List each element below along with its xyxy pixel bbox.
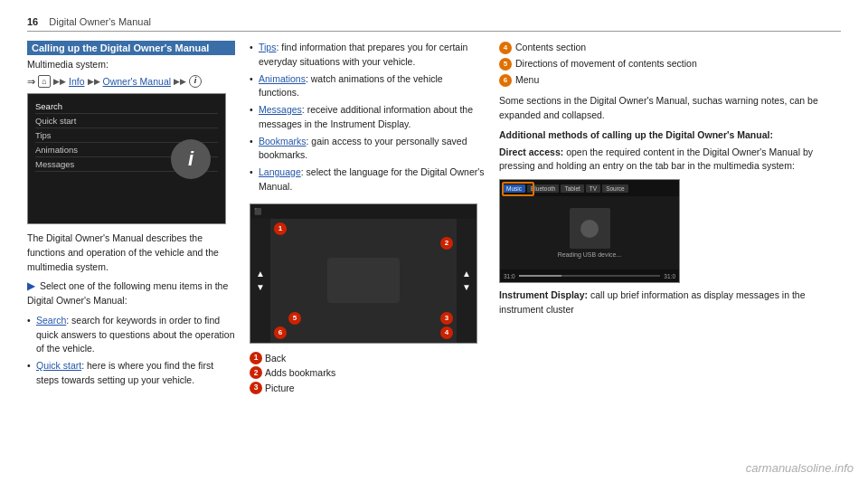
action-arrow-icon: ▶: [27, 280, 34, 291]
screen-mockup-2: ⬛ ▲ ▼: [250, 203, 477, 344]
legend-item-1: 1 Back: [250, 351, 485, 366]
menu-item-quickstart: Quick start: [35, 114, 218, 128]
right-direct-access: Direct access: open the required content…: [499, 146, 841, 175]
tab-tv[interactable]: TV: [586, 184, 600, 193]
page: 16 Digital Owner's Manual Calling up the…: [0, 0, 868, 482]
nav-sep2: ▶▶: [88, 77, 100, 86]
screen-mockup-1: Search Quick start Tips Animations Messa…: [27, 93, 226, 224]
reading-status: Reading USB device...: [558, 251, 621, 258]
page-number: 16: [27, 16, 38, 27]
direct-access-label: Direct access:: [499, 146, 563, 157]
screen2-badge-3: 3: [440, 312, 453, 325]
badge-4-icon: 4: [499, 42, 512, 54]
legend-text-1: Back: [265, 351, 286, 366]
badge-3: 3: [250, 382, 262, 394]
quickstart-link[interactable]: Quick start: [36, 360, 81, 371]
multimedia-label: Multimedia system:: [27, 59, 108, 70]
legend-item-2: 2 Adds bookmarks: [250, 365, 485, 381]
bookmarks-link[interactable]: Bookmarks: [259, 136, 307, 146]
left-action-label: Select one of the following menu items i…: [27, 280, 228, 306]
right-additional-title: Additional methods of calling up the Dig…: [499, 128, 841, 143]
caption-bold-text: Instrument Display:: [499, 289, 588, 300]
watermark: carmanualsoline.info: [746, 461, 854, 475]
left-body-text: The Digital Owner's Manual describes the…: [27, 232, 235, 274]
main-columns: Calling up the Digital Owner's Manual Mu…: [27, 41, 841, 396]
badge-row-5: 5 Directions of movement of contents sec…: [499, 57, 841, 71]
header: 16 Digital Owner's Manual: [27, 16, 841, 32]
time-right: 31:0: [664, 273, 675, 279]
right-column: 4 Contents section 5 Directions of movem…: [499, 41, 841, 396]
badge-5-icon: 5: [499, 58, 512, 71]
tab-music[interactable]: Music: [503, 184, 525, 193]
right-badges: 4 Contents section 5 Directions of movem…: [499, 41, 841, 87]
mid-bullet-messages: Messages: receive additional information…: [250, 103, 485, 132]
left-bullet-list: Search: search for keywords in order to …: [27, 314, 235, 388]
language-link[interactable]: Language: [259, 166, 301, 177]
mid-bullet-list: Tips: find information that prepares you…: [250, 41, 485, 194]
badge-4-text: Contents section: [515, 41, 586, 55]
nav-arrow1: ⇒: [27, 76, 35, 88]
album-art: [570, 208, 610, 249]
left-bullet-quickstart: Quick start: here is where you find the …: [27, 359, 235, 388]
nav-path: ⇒ ⌂ ▶▶ Info ▶▶ Owner's Manual ▶▶ i: [27, 75, 235, 88]
mid-column: Tips: find information that prepares you…: [250, 41, 485, 396]
mid-bullet-language: Language: select the language for the Di…: [250, 165, 485, 194]
right-para1: Some sections in the Digital Owner's Man…: [499, 94, 841, 123]
screen2-legend: 1 Back 2 Adds bookmarks 3 Picture: [250, 351, 485, 396]
badge-6-text: Menu: [515, 73, 539, 88]
nav-owners-manual[interactable]: Owner's Manual: [103, 76, 172, 87]
animations-link[interactable]: Animations: [259, 73, 306, 84]
mid-bullet-animations: Animations: watch animations of the vehi…: [250, 72, 485, 101]
header-title: Digital Owner's Manual: [49, 16, 151, 27]
tips-link[interactable]: Tips: [259, 42, 276, 52]
screen2-badge-2: 2: [440, 237, 453, 250]
tab-tablet[interactable]: Tablet: [561, 184, 583, 193]
caption: Instrument Display: call up brief inform…: [499, 288, 841, 317]
time-left: 31:0: [504, 273, 515, 279]
menu-item-search: Search: [35, 99, 218, 114]
nav-sep3: ▶▶: [174, 77, 186, 86]
badge-6-icon: 6: [499, 74, 512, 87]
messages-link[interactable]: Messages: [259, 104, 302, 115]
tab-source[interactable]: Source: [602, 184, 628, 193]
mid-bullet-bookmarks: Bookmarks: gain access to your personall…: [250, 135, 485, 164]
search-link[interactable]: Search: [36, 315, 66, 326]
screen-i-symbol: i: [171, 139, 211, 179]
badge-1: 1: [250, 352, 262, 364]
home-icon: ⌂: [38, 75, 51, 88]
screen2-badge-6: 6: [274, 326, 287, 339]
badge-row-6: 6 Menu: [499, 73, 841, 88]
screen2-badge-1: 1: [274, 222, 287, 235]
mid-bullet-tips: Tips: find information that prepares you…: [250, 41, 485, 70]
section-title: Calling up the Digital Owner's Manual: [27, 41, 235, 55]
badge-2: 2: [250, 366, 262, 379]
screen-mockup-3: Music Bluetooth Tablet TV Source Reading: [499, 179, 680, 283]
left-column: Calling up the Digital Owner's Manual Mu…: [27, 41, 235, 396]
nav-line: Multimedia system:: [27, 59, 235, 70]
legend-item-3: 3 Picture: [250, 381, 485, 396]
screen2-badge-4: 4: [440, 326, 453, 339]
nav-sep1: ▶▶: [53, 77, 66, 86]
tab-bluetooth[interactable]: Bluetooth: [527, 184, 559, 193]
badge-5-text: Directions of movement of contents secti…: [515, 57, 697, 71]
info-circle-icon: i: [189, 75, 202, 88]
legend-text-3: Picture: [265, 381, 295, 396]
left-action-text: ▶ Select one of the following menu items…: [27, 279, 235, 308]
badge-row-4: 4 Contents section: [499, 41, 841, 55]
nav-info[interactable]: Info: [69, 76, 85, 87]
left-bullet-search: Search: search for keywords in order to …: [27, 314, 235, 356]
legend-text-2: Adds bookmarks: [265, 365, 335, 381]
screen2-badge-5: 5: [288, 312, 301, 325]
